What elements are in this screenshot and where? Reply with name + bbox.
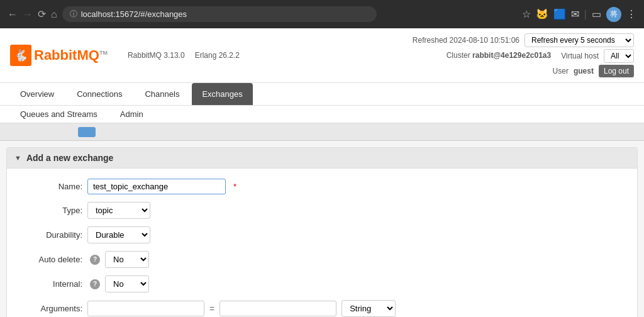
browser-chrome: ← → ⟳ ⌂ ⓘ localhost:15672/#/exchanges ☆ …: [0, 0, 644, 28]
arguments-label: Arguments:: [19, 304, 82, 313]
internal-select[interactable]: No Yes: [105, 275, 149, 292]
arguments-value-input[interactable]: [219, 301, 336, 316]
meta-row: Cluster rabbit@4e129e2c01a3 Virtual host…: [413, 49, 634, 63]
cluster-value: rabbit@4e129e2c01a3: [472, 51, 551, 60]
durability-select[interactable]: Durable Transient: [87, 226, 150, 243]
back-button[interactable]: ←: [8, 9, 18, 19]
arguments-key-input[interactable]: [87, 301, 204, 316]
nav-channels[interactable]: Channels: [135, 83, 189, 105]
cluster-row: Cluster rabbit@4e129e2c01a3: [447, 51, 551, 60]
scroll-strip-inner: [5, 127, 96, 137]
internal-label: Internal:: [19, 279, 82, 289]
header-right: Refreshed 2024-08-10 10:51:06 Refresh ev…: [413, 33, 634, 77]
logo-text: RabbitMQTM: [34, 47, 108, 64]
cast-icon[interactable]: ▭: [592, 8, 601, 20]
browser-actions: ☆ 🐱 🟦 ✉ | ▭ 将 ⋮: [522, 7, 636, 22]
user-info-row: User guest Log out: [413, 65, 634, 77]
name-input[interactable]: [87, 179, 226, 194]
extension-icon-1[interactable]: 🐱: [536, 8, 548, 20]
content: ▼ Add a new exchange Name: * Type: direc…: [0, 123, 644, 317]
bookmark-star-icon[interactable]: ☆: [522, 8, 531, 20]
user-label: User: [553, 67, 569, 75]
url-display: localhost:15672/#/exchanges: [81, 9, 187, 19]
forward-button[interactable]: →: [23, 9, 33, 19]
refresh-row: Refreshed 2024-08-10 10:51:06 Refresh ev…: [413, 33, 634, 47]
rabbitmq-version: RabbitMQ 3.13.0: [128, 51, 185, 60]
profile-icon[interactable]: 将: [606, 7, 621, 22]
nav-connections[interactable]: Connections: [67, 83, 132, 105]
exchange-form-body: Name: * Type: direct fanout headers topi…: [7, 169, 637, 317]
name-label: Name:: [19, 182, 82, 191]
secondary-nav: Queues and Streams Admin: [0, 106, 644, 123]
logo-icon: 🐇: [10, 45, 31, 66]
home-button[interactable]: ⌂: [51, 9, 57, 19]
tab-indicator: [78, 127, 96, 137]
strip-col2: [23, 128, 53, 136]
reload-button[interactable]: ⟳: [38, 9, 46, 19]
divider: |: [584, 9, 587, 20]
vhost-label: Virtual host: [561, 52, 599, 60]
nav-admin[interactable]: Admin: [110, 106, 153, 123]
type-label: Type:: [19, 206, 82, 215]
equals-sign: =: [209, 304, 214, 314]
logout-button[interactable]: Log out: [599, 65, 634, 77]
strip-col3: [56, 128, 75, 136]
arguments-type-select[interactable]: String Number Boolean List: [341, 300, 396, 317]
durability-label: Durability:: [19, 230, 82, 240]
section-toggle-icon: ▼: [14, 154, 21, 162]
section-header[interactable]: ▼ Add a new exchange: [7, 148, 637, 169]
vhost-select[interactable]: All /: [604, 49, 634, 63]
arguments-row: Arguments: = String Number Boolean List: [19, 300, 625, 317]
user-row: Virtual host All /: [561, 49, 634, 63]
type-select[interactable]: direct fanout headers topic: [87, 202, 150, 219]
nav-queues-streams[interactable]: Queues and Streams: [10, 106, 108, 123]
internal-help-icon[interactable]: ?: [90, 279, 100, 289]
logo: 🐇 RabbitMQTM: [10, 45, 108, 66]
app-header: 🐇 RabbitMQTM RabbitMQ 3.13.0 Erlang 26.2…: [0, 28, 644, 83]
erlang-version: Erlang 26.2.2: [195, 51, 240, 60]
required-star: *: [233, 182, 236, 191]
version-info: RabbitMQ 3.13.0 Erlang 26.2.2: [128, 51, 240, 60]
logo-wrapper: 🐇 RabbitMQTM RabbitMQ 3.13.0 Erlang 26.2…: [10, 45, 240, 66]
cluster-label: Cluster: [447, 51, 470, 60]
arguments-inputs: = String Number Boolean List: [87, 300, 396, 317]
durability-row: Durability: Durable Transient: [19, 226, 625, 243]
extension-icon-2[interactable]: 🟦: [553, 8, 566, 20]
section-title: Add a new exchange: [26, 153, 113, 163]
scroll-strip: [0, 123, 644, 141]
logo-mq: MQ: [77, 47, 99, 63]
auto-delete-row: Auto delete: ? No Yes: [19, 251, 625, 268]
address-bar[interactable]: ⓘ localhost:15672/#/exchanges: [62, 6, 377, 22]
extension-icon-3[interactable]: ✉: [571, 8, 579, 20]
app: 🐇 RabbitMQTM RabbitMQ 3.13.0 Erlang 26.2…: [0, 28, 644, 317]
nav-exchanges[interactable]: Exchanges: [192, 83, 252, 105]
auto-delete-help-icon[interactable]: ?: [90, 255, 100, 265]
add-exchange-section: ▼ Add a new exchange Name: * Type: direc…: [6, 147, 638, 317]
nav-overview[interactable]: Overview: [10, 83, 64, 105]
name-row: Name: *: [19, 179, 625, 194]
logo-rabbit: Rabbit: [34, 47, 77, 63]
user-value: guest: [574, 67, 594, 75]
primary-nav: Overview Connections Channels Exchanges: [0, 83, 644, 106]
lock-icon: ⓘ: [70, 9, 77, 19]
auto-delete-label: Auto delete:: [19, 255, 82, 264]
refreshed-at: Refreshed 2024-08-10 10:51:06: [413, 36, 519, 45]
type-row: Type: direct fanout headers topic: [19, 202, 625, 219]
strip-col1: [5, 128, 20, 136]
refresh-select[interactable]: Refresh every 5 seconds Refresh every 10…: [525, 33, 634, 47]
internal-row: Internal: ? No Yes: [19, 275, 625, 292]
logo-tm: TM: [99, 50, 108, 56]
auto-delete-select[interactable]: No Yes: [105, 251, 149, 268]
menu-icon[interactable]: ⋮: [626, 8, 636, 20]
